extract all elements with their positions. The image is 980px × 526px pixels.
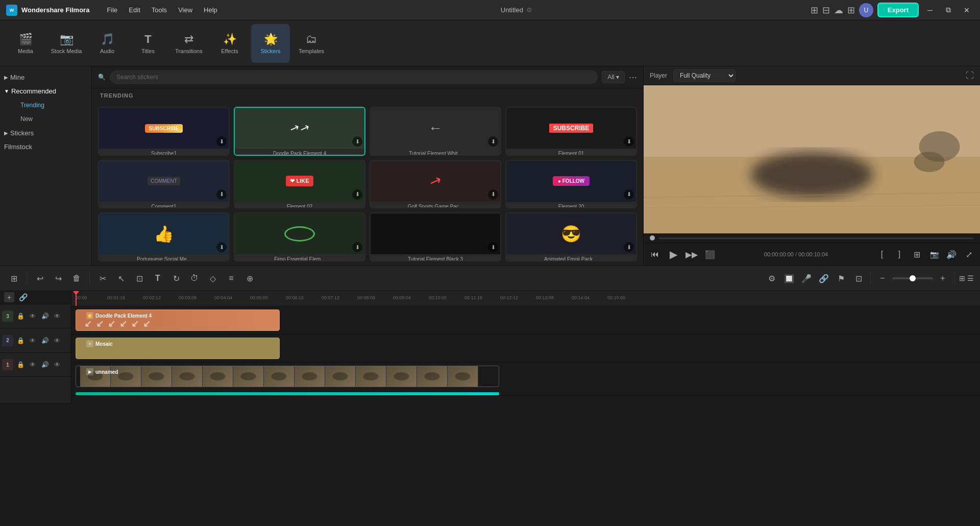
sticker-element01[interactable]: SUBSCRIBE ⬇ Element 01 bbox=[505, 107, 637, 156]
maximize-button[interactable]: ⧉ bbox=[941, 3, 955, 17]
minimize-button[interactable]: ─ bbox=[923, 3, 937, 17]
tool-stock-media[interactable]: 📷 Stock Media bbox=[47, 24, 86, 63]
menu-tools[interactable]: Tools bbox=[146, 4, 172, 16]
quality-select[interactable]: Full Quality High Quality Medium Quality bbox=[673, 69, 736, 82]
zoom-in-button[interactable]: + bbox=[935, 271, 950, 286]
tool-templates[interactable]: 🗂 Templates bbox=[292, 24, 331, 63]
sticker-element02[interactable]: ❤ LIKE ⬇ Element 02 bbox=[234, 160, 365, 209]
download-subscribe1[interactable]: ⬇ bbox=[216, 136, 227, 147]
player-settings-icon[interactable]: ⛶ bbox=[966, 71, 974, 80]
menu-file[interactable]: File bbox=[102, 4, 122, 16]
sidebar-mine[interactable]: ▶ Mine bbox=[0, 70, 91, 84]
track-1-hide[interactable]: 👁 bbox=[28, 360, 38, 370]
sticker-portuguese[interactable]: 👍 ⬇ Portuguese Social Me... bbox=[98, 212, 230, 261]
add-track-button[interactable]: ⊞ bbox=[6, 271, 21, 286]
layout-icon[interactable]: ⊞ bbox=[811, 5, 818, 16]
split-icon[interactable]: ⊟ bbox=[822, 5, 830, 16]
track-2-mute[interactable]: 🔊 bbox=[40, 336, 50, 346]
timeline-magnet-button[interactable]: 🔗 bbox=[17, 292, 29, 303]
text-button[interactable]: T bbox=[150, 271, 165, 286]
zoom-settings-button[interactable]: ⚙ bbox=[764, 271, 779, 286]
snap-button[interactable]: 🔲 bbox=[781, 271, 797, 286]
sticker-tutorial-white[interactable]: ← ⬇ Tutorial Element Whit... bbox=[370, 107, 501, 156]
export-button[interactable]: Export bbox=[877, 3, 919, 17]
track-3-mute[interactable]: 🔊 bbox=[40, 311, 50, 321]
track-1-mute[interactable]: 🔊 bbox=[40, 360, 50, 370]
zoom-slider[interactable] bbox=[892, 277, 933, 279]
download-tutorial-black[interactable]: ⬇ bbox=[488, 242, 498, 252]
close-button[interactable]: ✕ bbox=[960, 3, 974, 17]
menu-help[interactable]: Help bbox=[199, 4, 223, 16]
tool-transitions[interactable]: ⇄ Transitions bbox=[169, 24, 208, 63]
tool-audio[interactable]: 🎵 Audio bbox=[88, 24, 127, 63]
fit-button[interactable]: ⊞ bbox=[909, 246, 925, 262]
track-2-lock[interactable]: 🔒 bbox=[15, 336, 26, 346]
list-view-button[interactable]: ☰ bbox=[967, 274, 974, 282]
grid-icon[interactable]: ⊞ bbox=[847, 5, 855, 16]
tool-titles[interactable]: T Titles bbox=[129, 24, 167, 63]
undo-button[interactable]: ↩ bbox=[32, 271, 47, 286]
download-element20[interactable]: ⬇ bbox=[624, 189, 634, 200]
select-button[interactable]: ↖ bbox=[113, 271, 129, 286]
step-back-button[interactable]: ⏮ bbox=[647, 246, 663, 262]
tool-effects[interactable]: ✨ Effects bbox=[210, 24, 249, 63]
download-element01[interactable]: ⬇ bbox=[624, 136, 634, 147]
audio-eq-button[interactable]: ≡ bbox=[224, 271, 239, 286]
tool-stickers[interactable]: 🌟 Stickers bbox=[251, 24, 290, 63]
filter-dropdown[interactable]: All ▾ bbox=[602, 71, 625, 83]
screen-record-button[interactable]: ⊡ bbox=[851, 271, 866, 286]
color-button[interactable]: ◇ bbox=[205, 271, 220, 286]
download-tutorial-white[interactable]: ⬇ bbox=[488, 136, 498, 147]
menu-view[interactable]: View bbox=[173, 4, 198, 16]
track-3-clip[interactable]: 🌟 Doodle Pack Element 4 ↙ ↙ ↙ ↙ ↙ ↙ bbox=[76, 309, 280, 331]
crop-button[interactable]: ⊡ bbox=[132, 271, 147, 286]
track-1-eye[interactable]: 👁 bbox=[52, 360, 62, 370]
redo-button[interactable]: ↪ bbox=[51, 271, 66, 286]
download-element02[interactable]: ⬇ bbox=[352, 189, 362, 200]
menu-edit[interactable]: Edit bbox=[124, 4, 145, 16]
track-2-hide[interactable]: 👁 bbox=[28, 336, 38, 346]
download-fimo[interactable]: ⬇ bbox=[352, 242, 362, 252]
sticker-fimo[interactable]: ⬇ Fimo Essential Elem... bbox=[234, 212, 365, 261]
player-timeline[interactable] bbox=[644, 233, 980, 243]
skip-forward-button[interactable]: ▶▶ bbox=[683, 246, 700, 262]
timeline-scrubber[interactable] bbox=[659, 237, 974, 239]
download-doodle4[interactable]: ⬇ bbox=[352, 136, 362, 147]
search-input[interactable] bbox=[110, 70, 598, 84]
track-1-clip[interactable]: ▶ unnamed bbox=[76, 366, 499, 387]
sidebar-stickers[interactable]: ▶ Stickers bbox=[0, 126, 91, 140]
download-portuguese[interactable]: ⬇ bbox=[216, 242, 227, 252]
sticker-tutorial-black[interactable]: ↗ ⬇ Tutorial Element Black 3 bbox=[370, 212, 501, 261]
download-comment1[interactable]: ⬇ bbox=[216, 189, 227, 200]
mark-out-button[interactable]: ] bbox=[891, 246, 908, 262]
zoom-out-button[interactable]: − bbox=[875, 271, 890, 286]
timeline-add-track-button[interactable]: + bbox=[4, 292, 14, 302]
sticker-golf[interactable]: ↗ ⬇ Golf Sports Game Pac... bbox=[370, 160, 501, 209]
cloud-icon[interactable]: ☁ bbox=[834, 5, 843, 16]
track-3-eye[interactable]: 👁 bbox=[52, 311, 62, 321]
clock-button[interactable]: ⏱ bbox=[187, 271, 202, 286]
sticker-subscribe1[interactable]: SUBSCRIBE ⬇ Subscribe1 bbox=[98, 107, 230, 156]
fullscreen-button[interactable]: ⤢ bbox=[961, 246, 977, 262]
sticker-doodle4[interactable]: ↙ ↙ ⬇ Doodle Pack Element 4 bbox=[234, 107, 365, 156]
track-2-clip[interactable]: + Mosaic bbox=[76, 338, 280, 359]
download-golf[interactable]: ⬇ bbox=[488, 189, 498, 200]
sidebar-recommended[interactable]: ▼ Recommended bbox=[0, 84, 91, 98]
volume-button[interactable]: 🔊 bbox=[943, 246, 960, 262]
stabilize-button[interactable]: ⊕ bbox=[242, 271, 257, 286]
playhead[interactable] bbox=[76, 291, 77, 306]
scene-button[interactable]: ⚑ bbox=[834, 271, 849, 286]
track-3-hide[interactable]: 👁 bbox=[28, 311, 38, 321]
user-avatar[interactable]: U bbox=[859, 3, 873, 17]
sidebar-filmstock[interactable]: Filmstock bbox=[0, 140, 91, 154]
delete-button[interactable]: 🗑 bbox=[69, 271, 84, 286]
sidebar-new[interactable]: New bbox=[14, 112, 89, 126]
sticker-comment1[interactable]: COMMENT ⬇ Comment1 bbox=[98, 160, 230, 209]
download-emoji[interactable]: ⬇ bbox=[624, 242, 634, 252]
sticker-element20[interactable]: ● FOLLOW ⬇ Element 20 bbox=[505, 160, 637, 209]
sticker-emoji[interactable]: 😎 ⬇ Animated Emoii Pack ... bbox=[505, 212, 637, 261]
sidebar-trending[interactable]: Trending bbox=[14, 99, 89, 112]
mark-in-button[interactable]: [ bbox=[874, 246, 890, 262]
more-options-button[interactable]: ⋯ bbox=[629, 73, 637, 82]
tool-media[interactable]: 🎬 Media bbox=[6, 24, 45, 63]
